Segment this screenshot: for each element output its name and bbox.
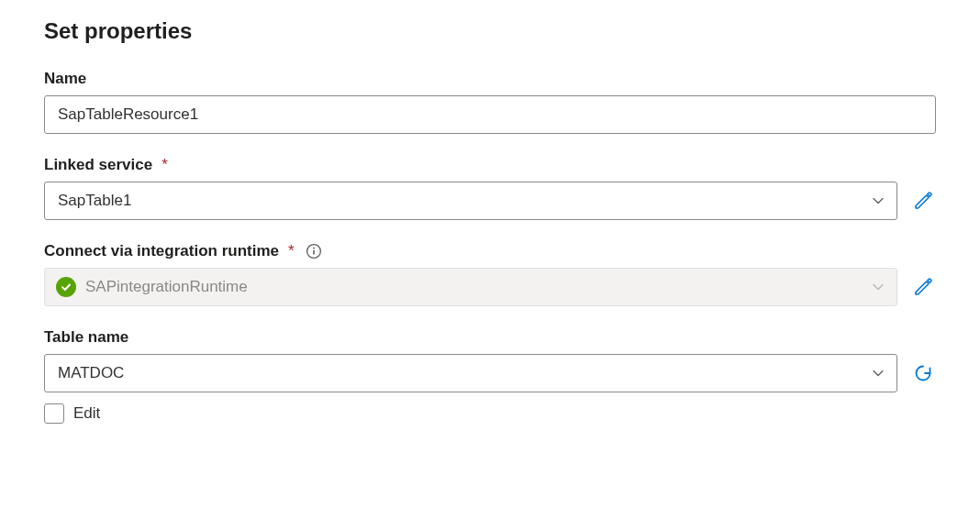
edit-checkbox-label: Edit <box>73 404 100 423</box>
required-indicator: * <box>288 242 295 260</box>
table-name-label-text: Table name <box>44 328 128 347</box>
linked-service-select[interactable]: SapTable1 <box>44 182 897 220</box>
integration-runtime-label-text: Connect via integration runtime <box>44 242 279 260</box>
info-icon[interactable] <box>306 243 322 260</box>
integration-runtime-label: Connect via integration runtime * <box>44 242 936 260</box>
integration-runtime-field: Connect via integration runtime * SAPint… <box>44 242 936 306</box>
refresh-table-name-button[interactable] <box>910 360 936 386</box>
edit-linked-service-button[interactable] <box>910 188 936 214</box>
pencil-icon <box>912 276 934 298</box>
linked-service-label-text: Linked service <box>44 156 152 174</box>
linked-service-value: SapTable1 <box>58 192 131 210</box>
table-name-value: MATDOC <box>58 364 124 382</box>
name-field: Name <box>44 70 936 134</box>
integration-runtime-value: SAPintegrationRuntime <box>85 278 248 296</box>
set-properties-panel: Set properties Name Linked service * Sap… <box>0 0 980 464</box>
table-name-field: Table name MATDOC Edit <box>44 328 936 424</box>
edit-checkbox-row: Edit <box>44 403 936 424</box>
edit-checkbox[interactable] <box>44 403 64 424</box>
check-circle-icon <box>56 277 76 297</box>
svg-point-1 <box>313 248 315 249</box>
refresh-icon <box>912 362 934 384</box>
linked-service-field: Linked service * SapTable1 <box>44 156 936 220</box>
linked-service-label: Linked service * <box>44 156 936 174</box>
svg-rect-2 <box>313 250 315 255</box>
name-label-text: Name <box>44 70 86 88</box>
edit-integration-runtime-button[interactable] <box>910 274 936 300</box>
page-title: Set properties <box>44 18 936 44</box>
table-name-select[interactable]: MATDOC <box>44 354 897 392</box>
name-label: Name <box>44 70 936 88</box>
table-name-label: Table name <box>44 328 936 347</box>
pencil-icon <box>912 190 934 212</box>
name-input[interactable] <box>44 95 936 134</box>
required-indicator: * <box>161 156 168 174</box>
integration-runtime-select[interactable]: SAPintegrationRuntime <box>44 268 897 306</box>
